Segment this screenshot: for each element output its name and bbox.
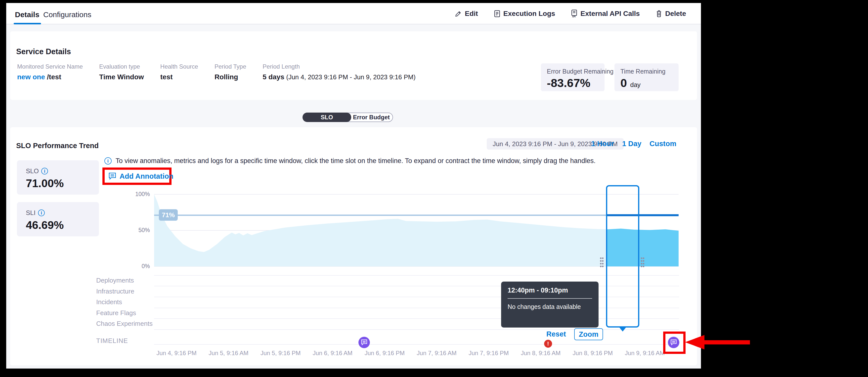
y-tick-label: 0% bbox=[130, 263, 150, 270]
trend-title: SLO Performance Trend bbox=[16, 142, 99, 150]
service-field: Period Length5 days (Jun 4, 2023 9:16 PM… bbox=[263, 63, 415, 81]
timeline-hint: i To view anomalies, metrics and logs fo… bbox=[104, 157, 595, 165]
annotation-chat-icon bbox=[108, 172, 117, 180]
x-tick-label: Jun 9, 9:16 AM bbox=[620, 350, 670, 357]
annotation-marker-icon[interactable] bbox=[359, 337, 370, 348]
change-row-label: Incidents bbox=[96, 297, 122, 307]
svg-text:API: API bbox=[572, 15, 576, 18]
document-icon bbox=[494, 10, 500, 18]
y-tick-label: 100% bbox=[130, 191, 150, 197]
service-field: Evaluation typeTime Window bbox=[99, 63, 144, 81]
objective-value-chip: 71% bbox=[159, 209, 178, 221]
external-api-calls-button[interactable]: API External API Calls bbox=[571, 10, 640, 18]
annotation-highlight-box bbox=[663, 332, 686, 354]
execution-logs-button[interactable]: Execution Logs bbox=[494, 10, 555, 18]
sli-info-icon[interactable]: i bbox=[38, 210, 45, 216]
edit-button[interactable]: Edit bbox=[455, 10, 478, 18]
sli-kpi-box: SLIi 46.69% bbox=[17, 202, 99, 236]
api-document-icon: API bbox=[571, 10, 578, 18]
trash-icon bbox=[656, 10, 662, 18]
sli-value: 46.69% bbox=[26, 219, 99, 231]
x-tick-label: Jun 5, 9:16 AM bbox=[204, 350, 253, 357]
slo-trend-chart[interactable] bbox=[154, 186, 679, 268]
zoom-button[interactable]: Zoom bbox=[574, 328, 603, 340]
add-annotation-button[interactable]: Add Annotation bbox=[102, 167, 172, 185]
time-selection-window[interactable] bbox=[606, 185, 639, 327]
x-tick-label: Jun 8, 9:16 PM bbox=[568, 350, 618, 357]
changes-tooltip: 12:40pm - 09:10pm No changes data availa… bbox=[501, 282, 598, 327]
change-row-label: Chaos Experiments bbox=[96, 318, 153, 329]
x-tick-label: Jun 8, 9:16 AM bbox=[516, 350, 565, 357]
header-toolbar: Edit Execution Logs API External API Cal… bbox=[455, 3, 686, 24]
x-tick-label: Jun 6, 9:16 AM bbox=[308, 350, 358, 357]
selection-left-handle[interactable] bbox=[600, 257, 604, 268]
error-budget-remaining-value: -83.67% bbox=[547, 76, 598, 90]
change-row-label: Feature Flags bbox=[96, 308, 136, 318]
slo-errorbudget-toggle: SLO Error Budget bbox=[303, 113, 393, 122]
slo-value: 71.00% bbox=[26, 177, 99, 190]
screenshot-page: Details Configurations Edit Execution Lo… bbox=[0, 0, 868, 377]
slo-details-app: Details Configurations Edit Execution Lo… bbox=[6, 3, 701, 369]
x-tick-label: Jun 5, 9:16 PM bbox=[256, 350, 306, 357]
range-custom[interactable]: Custom bbox=[650, 140, 676, 148]
toggle-error-budget[interactable]: Error Budget bbox=[346, 113, 393, 122]
tab-details[interactable]: Details bbox=[15, 10, 39, 19]
x-tick-label: Jun 6, 9:16 PM bbox=[360, 350, 409, 357]
timeline-row-label: TIMELINE bbox=[96, 336, 128, 346]
slo-trend-card: SLO Performance Trend Jun 4, 2023 9:16 P… bbox=[10, 127, 697, 365]
error-marker-icon[interactable]: ! bbox=[544, 340, 552, 348]
service-details-card: Service Details Monitored Service Namene… bbox=[10, 31, 697, 100]
change-row-label: Infrastructure bbox=[96, 286, 134, 297]
service-fields: Monitored Service Namenew one /testEvalu… bbox=[17, 63, 415, 81]
time-remaining-box: Time Remaining 0 day bbox=[615, 63, 679, 91]
selection-right-handle[interactable] bbox=[641, 257, 645, 268]
delete-button[interactable]: Delete bbox=[656, 10, 686, 18]
slo-kpi-box: SLOi 71.00% bbox=[17, 160, 99, 195]
red-arrow-shaft bbox=[704, 340, 750, 344]
pencil-icon bbox=[455, 10, 462, 17]
tab-configurations[interactable]: Configurations bbox=[43, 10, 91, 19]
service-field: Period TypeRolling bbox=[215, 63, 246, 81]
x-tick-label: Jun 7, 9:16 PM bbox=[464, 350, 514, 357]
change-row-label: Deployments bbox=[96, 275, 134, 286]
info-icon: i bbox=[104, 157, 112, 164]
header-bar: Details Configurations Edit Execution Lo… bbox=[6, 3, 701, 24]
reset-button[interactable]: Reset bbox=[546, 330, 566, 338]
service-field: Health Sourcetest bbox=[160, 63, 198, 81]
red-arrow-head bbox=[685, 335, 705, 349]
time-remaining-value: 0 day bbox=[620, 76, 673, 90]
active-tab-underline bbox=[14, 23, 41, 24]
toggle-slo[interactable]: SLO bbox=[303, 113, 351, 122]
range-1-hour[interactable]: 1 Hour bbox=[591, 140, 614, 148]
error-budget-remaining-box: Error Budget Remaining -83.67% bbox=[541, 63, 604, 91]
range-1-day[interactable]: 1 Day bbox=[622, 140, 641, 148]
x-tick-label: Jun 4, 9:16 PM bbox=[152, 350, 202, 357]
monitored-service-link[interactable]: new one bbox=[17, 73, 45, 81]
service-details-title: Service Details bbox=[16, 47, 71, 56]
y-tick-label: 50% bbox=[130, 227, 150, 233]
slo-info-icon[interactable]: i bbox=[41, 168, 48, 175]
service-field: Monitored Service Namenew one /test bbox=[17, 63, 83, 81]
x-tick-label: Jun 7, 9:16 AM bbox=[412, 350, 462, 357]
